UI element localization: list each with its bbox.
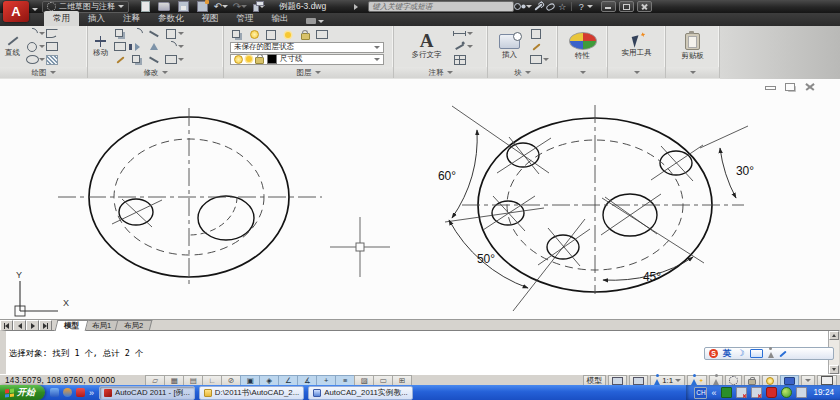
restore-button[interactable] (619, 1, 634, 12)
panel-block-label[interactable]: 块 (488, 67, 557, 78)
ime-toolbar[interactable]: S 英 ☽ (704, 347, 834, 360)
layer-on-icon[interactable] (234, 55, 243, 64)
layer-color-swatch[interactable] (267, 54, 277, 64)
create-block-button[interactable] (529, 28, 543, 40)
tab-insert[interactable]: 插入 (79, 11, 114, 26)
layer-off-button[interactable] (247, 29, 261, 41)
layer-dropdown[interactable]: 尺寸线 (230, 54, 384, 65)
stretch-button[interactable] (147, 54, 161, 66)
trim-button[interactable] (147, 28, 161, 40)
copy-button[interactable] (113, 28, 127, 40)
offset-button[interactable] (113, 41, 127, 53)
layer-unlock-icon[interactable] (255, 57, 264, 64)
quick-launch-overflow-icon[interactable]: » (89, 388, 94, 398)
rotate-button[interactable] (130, 28, 144, 40)
help-dropdown-icon[interactable] (587, 5, 593, 8)
panel-utilities-label[interactable] (608, 67, 665, 78)
layer-match-button[interactable] (315, 29, 329, 41)
move-button[interactable]: 移动 (90, 34, 111, 59)
security-shield-icon[interactable] (766, 387, 777, 398)
mtext-button[interactable]: A 多行文字 (409, 32, 445, 61)
fillet-button[interactable] (164, 41, 186, 53)
layer-properties-button[interactable] (230, 29, 244, 41)
input-language-indicator[interactable]: CH (694, 387, 707, 399)
panel-draw-label[interactable]: 绘图 (0, 67, 87, 78)
updater-icon[interactable] (781, 387, 792, 398)
layer-isolate-button[interactable] (264, 29, 278, 41)
communication-center-button[interactable] (544, 1, 556, 12)
tab-manage[interactable]: 管理 (228, 11, 263, 26)
taskbar-task-autocad[interactable]: AutoCAD 2011 - [例... (99, 386, 195, 400)
tab-home[interactable]: 常用 (44, 11, 79, 26)
start-button[interactable]: 开始 (0, 385, 45, 400)
title-flyout-icon[interactable] (354, 4, 358, 10)
table-button[interactable] (453, 54, 467, 66)
application-menu-arrow-icon[interactable] (32, 8, 38, 11)
undo-dropdown-icon[interactable] (222, 5, 228, 8)
application-menu-button[interactable]: A (3, 1, 29, 22)
ime-settings-icon[interactable] (779, 350, 786, 357)
network-disconnected-icon[interactable] (751, 387, 762, 398)
tab-output[interactable]: 输出 (263, 11, 298, 26)
search-input[interactable] (368, 1, 514, 12)
tab-model[interactable]: 模型 (55, 320, 89, 331)
line-button[interactable]: 直线 (2, 34, 23, 59)
clipboard-button[interactable]: 剪贴板 (678, 32, 707, 62)
taskbar-clock[interactable]: 19:24 (814, 388, 835, 397)
edit-more-button[interactable] (164, 54, 186, 66)
taskbar-task-folder[interactable]: D:\2011书\AutoCAD_2... (199, 386, 304, 400)
panel-annotate-label[interactable]: 注释 (394, 67, 487, 78)
block-more-button[interactable] (529, 54, 549, 66)
redo-dropdown-icon[interactable] (241, 5, 247, 8)
explode-button[interactable] (130, 54, 144, 66)
rectangle-button[interactable] (45, 41, 59, 53)
panel-modify-label[interactable]: 修改 (88, 67, 223, 78)
utilities-button[interactable]: 实用工具 (619, 35, 655, 59)
network-disconnected-icon[interactable] (736, 387, 747, 398)
tray-app-icon[interactable] (721, 387, 732, 398)
soft-keyboard-icon[interactable] (750, 349, 763, 358)
tab-parametric[interactable]: 参数化 (149, 11, 193, 26)
panel-clipboard-label[interactable] (666, 67, 719, 78)
ime-skin-icon[interactable] (768, 352, 774, 358)
search-button[interactable] (514, 1, 526, 12)
display-icon[interactable] (796, 387, 807, 398)
insert-block-button[interactable]: 插入 (496, 33, 523, 61)
messenger-icon[interactable] (50, 388, 59, 397)
close-button[interactable] (637, 1, 652, 12)
ime-language-toggle[interactable]: 英 (723, 348, 732, 360)
tab-view[interactable]: 视图 (193, 11, 228, 26)
properties-button[interactable]: 特性 (566, 31, 600, 62)
ime-logo[interactable]: S (709, 349, 718, 358)
ellipse-button[interactable] (25, 54, 45, 66)
scale-button[interactable] (147, 41, 161, 53)
help-button[interactable]: ? (575, 1, 587, 12)
circle-button[interactable] (25, 41, 45, 53)
edit-attribute-button[interactable] (529, 41, 543, 53)
panel-layers-label[interactable]: 图层 (224, 67, 393, 78)
drawing-svg[interactable]: 60° 30° 50° 45° Y X (0, 79, 840, 319)
taskbar-task-document[interactable]: AutoCAD_2011实例教... (308, 386, 413, 400)
layer-freeze-button[interactable] (281, 29, 295, 41)
scroll-up-button[interactable] (829, 331, 839, 340)
moon-icon[interactable]: ☽ (737, 349, 745, 358)
minimize-button[interactable] (601, 1, 616, 12)
subscription-button[interactable] (532, 1, 544, 12)
ribbon-options-button[interactable] (306, 18, 324, 26)
array-button[interactable] (164, 28, 186, 40)
books-icon[interactable] (76, 388, 85, 397)
mirror-button[interactable] (130, 41, 144, 53)
arc-button[interactable] (25, 28, 45, 40)
tab-annotate[interactable]: 注释 (114, 11, 149, 26)
polyline-button[interactable] (45, 28, 59, 40)
layer-lock-button[interactable] (298, 29, 312, 41)
drawing-area[interactable]: 60° 30° 50° 45° Y X (0, 79, 840, 319)
hatch-button[interactable] (45, 54, 59, 66)
favorites-button[interactable]: ☆ (556, 1, 568, 12)
dimension-button[interactable] (453, 28, 473, 40)
panel-properties-label[interactable] (558, 67, 607, 78)
leader-button[interactable] (453, 41, 473, 53)
tray-collapse-icon[interactable]: « (711, 388, 716, 398)
scroll-down-button[interactable] (829, 365, 839, 374)
layer-thaw-icon[interactable] (246, 56, 252, 62)
